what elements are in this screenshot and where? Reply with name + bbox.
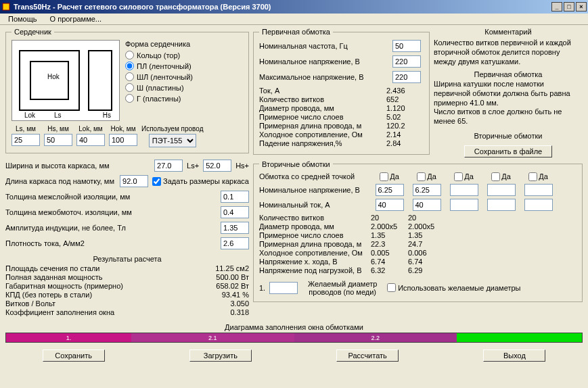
close-button[interactable]: × (576, 2, 587, 11)
prim-out-row: Количество витков652 (259, 95, 424, 103)
sec-out-row: Количество витков2020 (259, 214, 576, 222)
results-list: Площадь сечения по стали11.25 см2Полная … (5, 264, 249, 316)
sec-v-3[interactable] (450, 184, 478, 196)
prim-out-row: Примерное число слоев5.02 (259, 113, 424, 121)
calc-button[interactable]: Рассчитать (336, 349, 399, 362)
prim-out-row: Холодное сопротивление, Ом2.14 (259, 130, 424, 139)
sec-v-2[interactable] (413, 184, 441, 196)
minimize-button[interactable]: _ (551, 2, 562, 11)
sec-ct-3[interactable] (454, 172, 463, 181)
result-row: Витков / Вольт3.050 (5, 299, 249, 308)
results-title: Результаты расчета (5, 255, 249, 263)
sec-out-row: Напряжение под нагрузкой, В6.326.29 (259, 266, 576, 274)
prim-out-row: Падение напряжения,%2.84 (259, 139, 424, 147)
hs-input[interactable] (44, 134, 72, 146)
interlayer-input[interactable] (221, 191, 249, 203)
load-button[interactable]: Загрузить (189, 349, 252, 362)
sec-c-3[interactable] (450, 199, 478, 211)
sec-out-row: Напряжение х. хода, В6.746.74 (259, 258, 576, 266)
frame-len-input[interactable] (120, 175, 148, 187)
wish-1[interactable] (269, 282, 298, 294)
prim-input[interactable] (392, 55, 421, 68)
density-input[interactable] (221, 237, 249, 249)
radio-g[interactable]: Г (пластины) (125, 94, 193, 103)
radio-ring[interactable]: Кольцо (тор) (125, 51, 193, 59)
prim-out-row: Ток, А2.436 (259, 87, 424, 95)
hok-input[interactable] (109, 134, 137, 146)
core-diagram: Hok Lok Ls Hs (12, 40, 120, 121)
sec-ct-2[interactable] (417, 172, 426, 181)
save-button[interactable]: Сохранить (43, 349, 105, 362)
sec-out-row: Диаметр провода, мм2.000x52.000x5 (259, 222, 576, 231)
menu-about[interactable]: О программе... (45, 14, 107, 24)
prim-input[interactable] (392, 71, 421, 83)
app-icon (1, 2, 11, 11)
frame-chk[interactable]: Задать размеры каркаса (152, 177, 249, 186)
sec-ct-1[interactable] (380, 172, 388, 181)
lok-input[interactable] (76, 134, 105, 146)
ls-input[interactable] (12, 134, 40, 146)
result-row: Коэффициент заполнения окна0.318 (5, 308, 249, 316)
sec-c-5[interactable] (524, 199, 553, 211)
titlebar: Trans50Hz - Расчет сетевого силового тра… (0, 0, 588, 14)
secondary-group: Вторичные обмотки Обмотка со средней точ… (253, 160, 583, 302)
frame-w-input[interactable] (154, 160, 183, 172)
result-row: Габаритная мощность (примерно)658.02 Вт (5, 282, 249, 290)
interwind-input[interactable] (221, 206, 249, 218)
result-row: Площадь сечения по стали11.25 см2 (5, 264, 249, 272)
frame-h-input[interactable] (203, 160, 231, 172)
shape-label: Форма сердечника (125, 40, 193, 48)
wire-select[interactable]: ПЭТ-155 (149, 134, 196, 147)
winding-diagram: 1.2.12.2 (5, 333, 583, 343)
prim-out-row: Примерная длина провода, м120.2 (259, 122, 424, 130)
sec-v-5[interactable] (524, 184, 553, 196)
sec-ct-4[interactable] (491, 172, 500, 181)
primary-group: Первичная обмотка Номинальная частота, Г… (253, 28, 430, 155)
window-title: Trans50Hz - Расчет сетевого силового тра… (14, 3, 550, 11)
save-file-button[interactable]: Сохранить в файле (464, 145, 552, 157)
radio-sh[interactable]: Ш (пластины) (125, 83, 193, 92)
maximize-button[interactable]: □ (564, 2, 574, 11)
sec-out-row: Примерная длина провода, м22.324.7 (259, 240, 576, 248)
result-row: КПД (без потерь в стали)93.41 % (5, 291, 249, 299)
core-group: Сердечник Hok Lok Ls Hs Форма сердечника… (5, 28, 249, 153)
prim-input[interactable] (392, 40, 421, 52)
use-wish-chk[interactable]: Использовать желаемые диаметры (387, 283, 520, 292)
radio-shl[interactable]: ШЛ (ленточный) (125, 72, 193, 81)
svg-rect-0 (3, 3, 9, 10)
exit-button[interactable]: Выход (483, 349, 545, 362)
prim-out-row: Диаметр провода, мм1.120 (259, 104, 424, 112)
sec-ct-5[interactable] (528, 172, 537, 181)
result-row: Полная заданная мощность500.00 Вт (5, 273, 249, 281)
diagram-title: Диаграмма заполнения окна обмотками (0, 323, 588, 331)
menubar: Помощь О программе... (0, 14, 588, 25)
sec-out-row: Примерное число слоев1.351.35 (259, 231, 576, 239)
sec-c-4[interactable] (487, 199, 516, 211)
sec-c-1[interactable] (376, 199, 404, 211)
core-legend: Сердечник (12, 28, 54, 36)
sec-out-row: Холодное сопротивление, Ом0.0050.006 (259, 249, 576, 257)
sec-c-2[interactable] (413, 199, 441, 211)
radio-pl[interactable]: ПЛ (ленточный) (125, 62, 193, 70)
sec-v-1[interactable] (376, 184, 404, 196)
menu-help[interactable]: Помощь (3, 14, 43, 24)
induction-input[interactable] (221, 222, 249, 234)
comments-title: Комментарий (434, 28, 583, 36)
sec-v-4[interactable] (487, 184, 516, 196)
